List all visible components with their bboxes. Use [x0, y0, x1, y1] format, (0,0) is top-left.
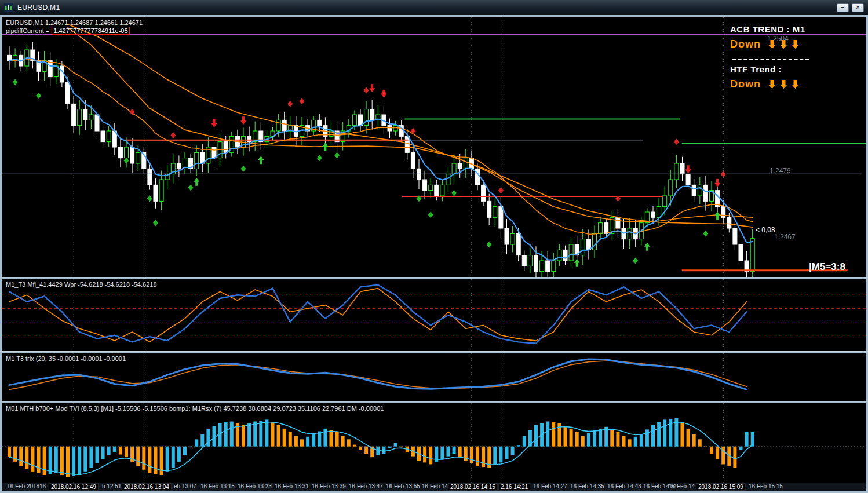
htf-trend-direction: Down — [730, 78, 761, 90]
time-axis-label: 16 Feb 2018 — [7, 483, 39, 490]
minimize-button[interactable]: – — [837, 3, 849, 12]
down-arrow-icon — [779, 79, 788, 89]
spread-label: < 0,08 — [756, 226, 775, 234]
down-arrow-icon — [791, 39, 800, 49]
time-axis-highlight-label: 2018.02.16 14:15 — [448, 483, 498, 491]
time-axis-label: 16 Feb 13:55 — [386, 483, 420, 490]
indicator-panel-trix: M1 T3 trix (20, 35 -0.0001 -0.0001 -0.00… — [2, 353, 866, 401]
time-axis[interactable]: 16 Feb 2018162018.02.16 12:49b 12:512018… — [2, 483, 866, 491]
time-axis-label: 16 Feb 14 — [669, 483, 695, 490]
time-axis-label: 16 Feb 14:27 — [533, 483, 567, 490]
pipdiff-label: pipdiffCurrent = — [6, 27, 49, 34]
title-bar[interactable]: EURUSD,M1 –× — [0, 0, 868, 15]
time-axis-highlight-label: 2018.02.16 15:09 — [696, 483, 746, 491]
indicator-panel-tvi: M01 MTH b700+ Mod TVI (8,5,3) [M1] -5.15… — [2, 403, 866, 483]
price-level-label-mid: 1.2479 — [769, 167, 791, 175]
dashed-separator — [732, 59, 809, 60]
htf-trend-row: Down — [730, 78, 846, 90]
mfi-wpr-label: M1_T3 Mfi_41.4429 Wpr -54.6218 -54.6218 … — [6, 281, 157, 288]
time-axis-label: eb 13:07 — [174, 483, 196, 490]
tvi-canvas[interactable] — [2, 403, 866, 483]
time-axis-label: 16 Feb 15:15 — [749, 483, 783, 490]
time-axis-highlight-label: 2.16 14:21 — [498, 483, 530, 491]
acb-trend-direction: Down — [730, 38, 761, 50]
window: EURUSD,M1 –× EURUSD,M1 1.24671 1.24687 1… — [0, 0, 868, 493]
window-title: EURUSD,M1 — [17, 3, 60, 12]
time-axis-label: 16 Feb 13:31 — [275, 483, 309, 490]
time-axis-label: b 12:51 — [102, 483, 121, 490]
time-axis-label: 16 Feb 14:43 — [607, 483, 641, 490]
pipdiff-readout: pipdiffCurrent =1.4277777777784911e-05 — [6, 27, 130, 34]
time-axis-highlight-label: 2018.02.16 12:49 — [49, 483, 99, 491]
tvi-label: M01 MTH b700+ Mod TVI (8,5,3) [M1] -5.15… — [6, 405, 384, 412]
acb-trend-title: ACB TREND : M1 — [730, 24, 846, 34]
pipdiff-value: 1.4277777777784911e-05 — [52, 27, 129, 35]
time-axis-label: 16 Feb 13:15 — [200, 483, 235, 490]
time-axis-label: 16 Feb 13:47 — [349, 483, 383, 490]
trix-label: M1 T3 trix (20, 35 -0.0001 -0.0001 -0.00… — [6, 355, 126, 362]
time-axis-label: 16 — [39, 483, 46, 490]
time-axis-label: 16 Feb 13:39 — [312, 483, 346, 490]
down-arrow-icon — [791, 79, 800, 89]
mfi-wpr-canvas[interactable] — [2, 279, 866, 351]
m5-ratio-label: |M5=3:8 — [809, 261, 845, 273]
time-axis-label: 16 Feb 14:35 — [570, 483, 604, 490]
app-icon — [4, 3, 13, 12]
trix-canvas[interactable] — [2, 353, 866, 401]
price-level-label-top: 1.2504 — [767, 35, 789, 43]
window-controls: –× — [837, 3, 864, 12]
main-chart-panel: EURUSD,M1 1.24671 1.24687 1.24661 1.2467… — [2, 17, 866, 277]
time-axis-label: 16 Feb 13:23 — [238, 483, 272, 490]
down-arrow-icon — [768, 79, 776, 89]
ohlc-readout: EURUSD,M1 1.24671 1.24687 1.24661 1.2467… — [6, 19, 143, 26]
indicator-panel-mfi-wpr: M1_T3 Mfi_41.4429 Wpr -54.6218 -54.6218 … — [2, 279, 866, 351]
htf-trend-title: HTF Trend : — [730, 64, 846, 74]
close-button[interactable]: × — [852, 3, 864, 12]
price-level-label-low: 1.2467 — [774, 233, 796, 241]
time-axis-highlight-label: 2018.02.16 13:04 — [122, 483, 172, 491]
